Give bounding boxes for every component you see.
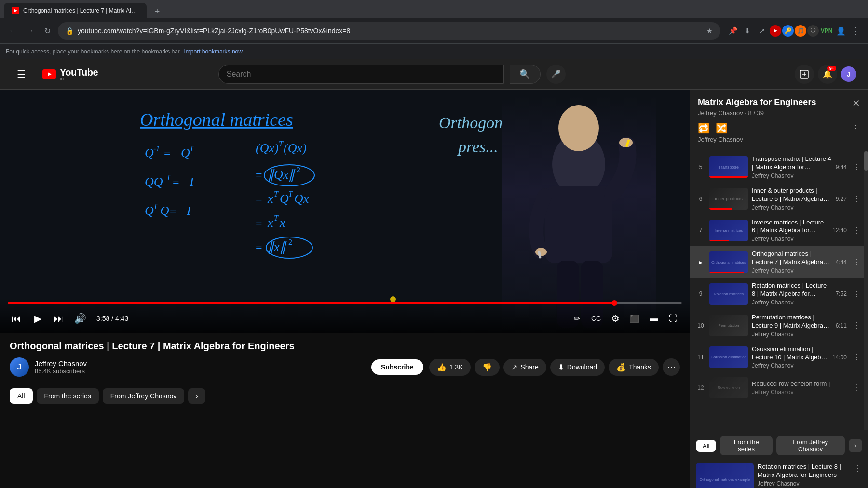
- svg-text:Q: Q: [181, 146, 190, 160]
- rec-item-channel: Jeffrey Chasnov: [758, 480, 849, 487]
- edit-button[interactable]: ✏: [568, 310, 585, 327]
- profile-icon[interactable]: 👤: [834, 24, 848, 38]
- playlist-item-more-button[interactable]: ⋮: [851, 160, 862, 173]
- lock-icon: 🔒: [66, 27, 74, 35]
- miniplayer-button[interactable]: ⬛: [626, 310, 643, 327]
- playlist-shuffle-button[interactable]: 🔀: [716, 122, 728, 134]
- playlist-item[interactable]: 10 Permutation Permutation matrices | Le…: [690, 310, 868, 342]
- playlist-item-channel: Jeffrey Chasnov: [752, 267, 832, 274]
- skip-back-button[interactable]: ⏮: [8, 310, 25, 327]
- playlist-item-title: Gaussian elimination | Lecture 10 | Matr…: [752, 345, 828, 362]
- subscribe-button[interactable]: Subscribe: [371, 359, 423, 375]
- rec-item-more-button[interactable]: ⋮: [853, 463, 862, 488]
- share-button[interactable]: ↗ Share: [503, 359, 546, 376]
- more-actions-button[interactable]: ⋯: [663, 358, 680, 376]
- skip-forward-button[interactable]: ⏭: [50, 310, 68, 327]
- ext-vpn-icon[interactable]: VPN: [820, 24, 833, 38]
- playlist-item[interactable]: 5 Transpose Transpose matrix | Lecture 4…: [690, 151, 868, 183]
- youtube-logo[interactable]: YouTube IN: [42, 67, 98, 81]
- create-button[interactable]: [795, 65, 814, 84]
- svg-text:=: =: [256, 241, 262, 253]
- download-button[interactable]: ⬇ Download: [550, 359, 605, 376]
- menu-icon[interactable]: ⋮: [849, 24, 862, 38]
- theater-button[interactable]: ▬: [645, 310, 663, 327]
- user-avatar[interactable]: J: [841, 66, 856, 82]
- volume-button[interactable]: 🔊: [71, 310, 89, 327]
- play-button[interactable]: ▶: [29, 310, 46, 327]
- svg-text:I: I: [189, 175, 194, 189]
- pf-tab-all[interactable]: All: [696, 440, 716, 452]
- settings-button[interactable]: ⚙: [607, 310, 624, 327]
- playlist-more-button[interactable]: ⋮: [851, 122, 860, 134]
- playlist-item[interactable]: 11 Gaussian elimination Gaussian elimina…: [690, 342, 868, 373]
- recommended-item[interactable]: Orthogonal matrices example Rotation mat…: [696, 461, 862, 488]
- playlist-item[interactable]: 9 Rotation matrices Rotation matrices | …: [690, 278, 868, 310]
- back-button[interactable]: ←: [6, 24, 19, 38]
- professor-area: [502, 97, 656, 333]
- captions-button[interactable]: CC: [587, 310, 605, 327]
- tab-from-channel[interactable]: From Jeffrey Chasnov: [103, 388, 184, 404]
- playlist-item-more-button[interactable]: ⋮: [851, 351, 862, 364]
- search-button[interactable]: 🔍: [510, 65, 541, 84]
- pf-tab-channel[interactable]: From Jeffrey Chasnov: [776, 436, 845, 455]
- mic-button[interactable]: 🎤: [546, 65, 566, 84]
- fullscreen-button[interactable]: ⛶: [665, 310, 682, 327]
- playlist-item-channel: Jeffrey Chasnov: [752, 172, 832, 179]
- progress-dot[interactable]: [611, 300, 617, 306]
- thumb-progress: [709, 272, 744, 273]
- playlist-item-channel: Jeffrey Chasnov: [752, 389, 843, 396]
- thanks-button[interactable]: 💰 Thanks: [609, 359, 659, 376]
- forward-button[interactable]: →: [23, 24, 37, 38]
- reload-button[interactable]: ↻: [41, 24, 54, 38]
- youtube-header: ☰ YouTube IN 🔍 🎤 🔔 9+ J: [0, 59, 868, 90]
- playlist-item-active[interactable]: Orthogonal matrices Orthogonal matrices …: [690, 246, 868, 278]
- thumb-progress: [709, 240, 729, 241]
- bookmarks-bar: For quick access, place your bookmarks h…: [0, 43, 868, 59]
- playlist-close-button[interactable]: ✕: [852, 97, 860, 109]
- playlist-header: Matrix Algebra for Engineers Jeffrey Cha…: [690, 90, 868, 151]
- dislike-button[interactable]: 👎: [475, 359, 500, 376]
- star-icon[interactable]: ★: [706, 27, 713, 35]
- channel-avatar[interactable]: J: [10, 357, 29, 377]
- playlist-item-number: 7: [696, 227, 705, 234]
- share-icon[interactable]: ↗: [755, 24, 769, 38]
- tab-from-series[interactable]: From the series: [37, 388, 99, 404]
- playlist-item-more-button[interactable]: ⋮: [851, 192, 862, 205]
- ext-youtube-icon[interactable]: [770, 25, 781, 37]
- download-icon[interactable]: ⬇: [741, 24, 754, 38]
- playlist-item-more-button[interactable]: ⋮: [851, 381, 862, 394]
- playlist-item[interactable]: 7 Inverse matrices Inverse matrices | Le…: [690, 215, 868, 247]
- playlist-item-more-button[interactable]: ⋮: [851, 256, 862, 269]
- playlist-item[interactable]: 12 Row echelon Reduced row echelon form …: [690, 373, 868, 402]
- ext-icon-3[interactable]: 🎵: [795, 25, 806, 37]
- playlist-item-more-button[interactable]: ⋮: [851, 288, 862, 301]
- active-tab[interactable]: Orthogonal matrices | Lecture 7 | Matrix…: [4, 3, 147, 18]
- svg-text:‖x‖: ‖x‖: [268, 240, 287, 254]
- playlist-loop-button[interactable]: 🔁: [698, 122, 710, 134]
- ext-1password-icon[interactable]: 🔑: [782, 25, 794, 37]
- bookmark-icon[interactable]: 📌: [726, 24, 740, 38]
- scrollbar-thumb[interactable]: [864, 151, 868, 171]
- pf-more-button[interactable]: ›: [849, 439, 862, 452]
- playlist-item-info: Inner & outer products | Lecture 5 | Mat…: [752, 187, 832, 211]
- address-bar[interactable]: 🔒 youtube.com/watch?v=IGBm-gZryVI&list=P…: [58, 22, 720, 40]
- ext-icon-4[interactable]: 🛡: [807, 25, 819, 37]
- video-player[interactable]: Orthogonal matrices Q -1 = Q T QQ T =: [0, 90, 690, 333]
- search-bar[interactable]: [218, 65, 504, 84]
- filter-more-button[interactable]: ›: [188, 388, 205, 404]
- pf-tab-series[interactable]: From the series: [720, 436, 772, 455]
- progress-fill: [8, 302, 614, 304]
- like-button[interactable]: 👍 1.3K: [429, 359, 471, 376]
- search-input[interactable]: [227, 70, 496, 79]
- hamburger-menu[interactable]: ☰: [12, 65, 31, 84]
- import-bookmarks-link[interactable]: Import bookmarks now...: [184, 48, 247, 55]
- svg-text:=: =: [256, 217, 262, 229]
- playlist-item[interactable]: 6 Inner products Inner & outer products …: [690, 183, 868, 215]
- progress-bar[interactable]: [8, 302, 682, 304]
- playlist-item-more-button[interactable]: ⋮: [851, 224, 862, 237]
- new-tab-button[interactable]: +: [150, 5, 164, 18]
- playlist-item-more-button[interactable]: ⋮: [851, 319, 862, 332]
- notifications-button[interactable]: 🔔 9+: [818, 65, 837, 84]
- svg-text:pres...: pres...: [457, 138, 498, 156]
- tab-all[interactable]: All: [10, 388, 33, 404]
